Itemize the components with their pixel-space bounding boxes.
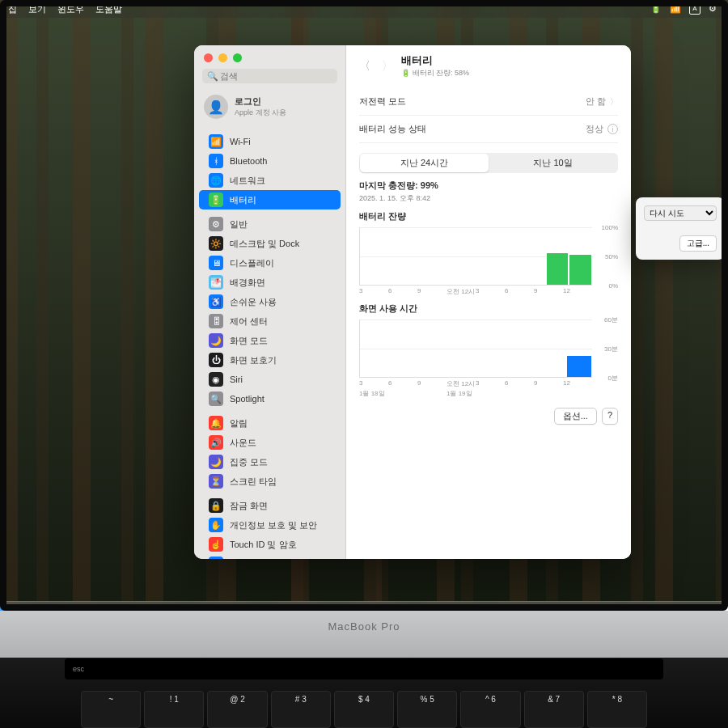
- low-power-row[interactable]: 저전력 모드 안 함〉: [359, 88, 618, 116]
- forward-button[interactable]: 〉: [382, 59, 393, 74]
- help-button[interactable]: ?: [602, 408, 618, 425]
- sidebar-item[interactable]: 🔋배터리: [199, 190, 341, 210]
- sidebar-label: 사운드: [230, 437, 256, 449]
- sidebar-label: 일반: [230, 218, 248, 231]
- chart-bar: [567, 356, 591, 377]
- sidebar-icon: 🔍: [209, 392, 223, 406]
- sidebar-label: Bluetooth: [230, 156, 267, 166]
- sidebar-item[interactable]: 🔆데스크탑 및 Dock: [199, 234, 341, 253]
- minimize-button[interactable]: [218, 53, 227, 62]
- sidebar-item[interactable]: 🌙화면 모드: [199, 331, 341, 350]
- sidebar-icon: 👥: [209, 557, 223, 559]
- sidebar-item[interactable]: 🔊사운드: [199, 433, 341, 452]
- retry-popup: 다시 시도 고급...: [636, 197, 725, 260]
- sidebar-item[interactable]: 🔍Spotlight: [199, 389, 341, 408]
- sidebar-item[interactable]: 👥사용자 및 그룹: [199, 554, 341, 559]
- tab-10d[interactable]: 지난 10일: [489, 154, 617, 172]
- sidebar-label: 제어 센터: [230, 315, 268, 328]
- search-input[interactable]: [202, 69, 337, 83]
- advanced-button[interactable]: 고급...: [679, 235, 717, 252]
- sidebar-label: 네트워크: [230, 175, 265, 187]
- sidebar-item[interactable]: 🌙집중 모드: [199, 452, 341, 472]
- sidebar-item[interactable]: 🔒잠금 화면: [199, 496, 341, 515]
- key[interactable]: & 7: [524, 691, 584, 728]
- sidebar-icon: ◉: [209, 372, 223, 387]
- sidebar-icon: 🌐: [209, 173, 223, 188]
- laptop-body: MacBook Pro esc ~! 1@ 2# 3$ 4% 5^ 6& 7* …: [0, 611, 728, 728]
- sidebar-icon: 🎛: [209, 314, 223, 328]
- sidebar-item[interactable]: ✋개인정보 보호 및 보안: [199, 515, 341, 535]
- sidebar-icon: 🌙: [209, 455, 223, 469]
- sidebar-label: 개인정보 보호 및 보안: [230, 519, 317, 531]
- sidebar-icon: ⏻: [209, 353, 223, 367]
- sidebar-item[interactable]: ⏻화면 보호기: [199, 350, 341, 370]
- menu-item[interactable]: 집: [8, 3, 17, 15]
- touchbar-item[interactable]: esc: [73, 665, 84, 673]
- y-axis-labels: 60분 30분 0분: [594, 320, 618, 378]
- date-labels: 1월 18일1월 19일: [359, 389, 592, 398]
- sidebar-icon: 🔆: [209, 236, 223, 251]
- chart1-title: 배터리 잔량: [359, 210, 618, 222]
- sidebar-label: 집중 모드: [230, 456, 268, 468]
- key[interactable]: ! 1: [144, 691, 204, 728]
- sidebar-label: 스크린 타임: [230, 476, 277, 488]
- battery-health-row[interactable]: 배터리 성능 상태 정상i: [359, 116, 618, 143]
- sidebar-item[interactable]: 🌁배경화면: [199, 273, 341, 292]
- close-button[interactable]: [204, 53, 213, 62]
- info-icon[interactable]: i: [607, 124, 618, 134]
- sidebar-icon: 🌙: [209, 333, 223, 348]
- key[interactable]: $ 4: [334, 691, 394, 728]
- zoom-button[interactable]: [233, 53, 242, 62]
- sidebar-icon: ✋: [209, 518, 223, 532]
- sidebar-item[interactable]: 📶Wi-Fi: [199, 132, 341, 151]
- sidebar-label: 손쉬운 사용: [230, 296, 277, 308]
- key[interactable]: @ 2: [207, 691, 267, 728]
- sidebar-item[interactable]: 🎛제어 센터: [199, 311, 341, 331]
- sidebar-item[interactable]: ⚙일반: [199, 214, 341, 234]
- sidebar-icon: 🌁: [209, 275, 223, 290]
- input-icon[interactable]: A: [689, 3, 700, 15]
- key[interactable]: ~: [81, 691, 141, 728]
- wifi-icon[interactable]: 📶: [670, 3, 681, 15]
- key[interactable]: ^ 6: [460, 691, 520, 728]
- laptop-label: MacBook Pro: [328, 620, 400, 633]
- sidebar-item[interactable]: ♿손쉬운 사용: [199, 292, 341, 311]
- menu-item[interactable]: 윈도우: [57, 3, 84, 15]
- menubar: 집 보기 윈도우 도움말 🔋 📶 A ⚙: [0, 0, 728, 18]
- sidebar-label: 화면 보호기: [230, 354, 277, 366]
- control-center-icon[interactable]: ⚙: [709, 3, 720, 15]
- sidebar-icon: 🔊: [209, 435, 223, 450]
- sidebar-item[interactable]: ⏳스크린 타임: [199, 472, 341, 491]
- sidebar-item[interactable]: ◉Siri: [199, 370, 341, 389]
- menu-item[interactable]: 보기: [28, 3, 46, 15]
- menu-item[interactable]: 도움말: [95, 3, 122, 15]
- sidebar-label: 알림: [230, 417, 248, 430]
- options-button[interactable]: 옵션...: [554, 408, 597, 425]
- avatar: 👤: [204, 95, 228, 119]
- keyboard: ~! 1@ 2# 3$ 4% 5^ 6& 7* 8: [32, 688, 696, 728]
- sidebar-item[interactable]: 🔔알림: [199, 413, 341, 433]
- sidebar-label: Spotlight: [230, 394, 265, 404]
- tab-24h[interactable]: 지난 24시간: [360, 154, 489, 172]
- sidebar-item[interactable]: ☝Touch ID 및 암호: [199, 535, 341, 554]
- account-row[interactable]: 👤 로그인 Apple 계정 사용: [194, 90, 345, 127]
- search-field[interactable]: 🔍: [202, 69, 337, 83]
- sidebar-label: 데스크탑 및 Dock: [230, 238, 299, 250]
- sidebar-item[interactable]: ᚼBluetooth: [199, 151, 341, 171]
- retry-select[interactable]: 다시 시도: [644, 205, 717, 221]
- key[interactable]: * 8: [587, 691, 647, 728]
- sidebar-icon: 🔔: [209, 416, 223, 430]
- chart-bar: [547, 253, 569, 285]
- key[interactable]: # 3: [271, 691, 331, 728]
- sidebar-item[interactable]: 🌐네트워크: [199, 171, 341, 190]
- search-icon: 🔍: [207, 71, 218, 82]
- sidebar-icon: ☝: [209, 537, 223, 552]
- account-name: 로그인: [235, 95, 286, 108]
- key[interactable]: % 5: [397, 691, 457, 728]
- battery-icon[interactable]: 🔋: [650, 3, 662, 15]
- sidebar-item[interactable]: 🖥디스플레이: [199, 253, 341, 273]
- row-label: 저전력 모드: [359, 95, 406, 108]
- row-label: 배터리 성능 상태: [359, 123, 426, 135]
- chevron-icon: 〉: [610, 96, 618, 108]
- back-button[interactable]: 〈: [359, 59, 370, 74]
